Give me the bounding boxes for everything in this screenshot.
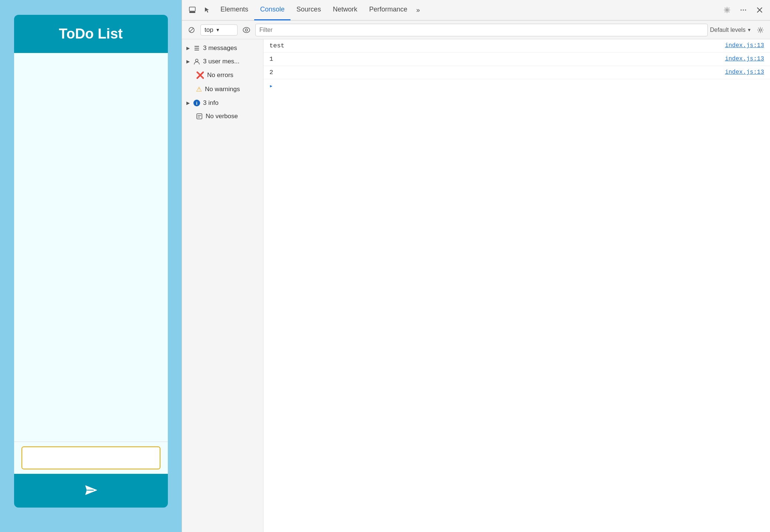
svg-point-13	[196, 59, 198, 62]
sidebar-item-errors[interactable]: ❌ No errors	[182, 68, 263, 82]
sidebar-item-warnings[interactable]: ⚠ No warnings	[182, 82, 263, 96]
send-button[interactable]	[83, 483, 98, 499]
chevron-right-icon-3: ▶	[186, 100, 190, 106]
console-prompt-row[interactable]: ▸	[263, 79, 770, 93]
eye-icon	[243, 27, 250, 33]
warning-icon: ⚠	[196, 85, 202, 93]
circle-slash-icon	[188, 27, 195, 33]
svg-rect-14	[197, 114, 202, 119]
svg-rect-11	[195, 48, 199, 49]
verbose-icon	[196, 113, 203, 120]
svg-rect-0	[189, 7, 195, 11]
info-icon: i	[193, 100, 200, 106]
more-tabs-button[interactable]: »	[413, 6, 423, 14]
errors-label: No errors	[207, 72, 233, 79]
console-sidebar: ▶ 3 messages ▶ 3 user mes... ❌ No errors…	[182, 39, 263, 532]
svg-point-3	[741, 10, 742, 11]
tab-elements[interactable]: Elements	[215, 0, 254, 20]
svg-rect-12	[195, 50, 199, 50]
svg-point-7	[243, 27, 250, 33]
prompt-arrow-icon: ▸	[269, 82, 273, 90]
console-toolbar: top ▼ Default levels ▼	[182, 21, 770, 39]
verbose-label: No verbose	[206, 113, 238, 120]
svg-point-9	[759, 29, 761, 31]
context-value: top	[205, 26, 213, 34]
console-text-2: 2	[269, 69, 725, 76]
clear-console-button[interactable]	[185, 23, 198, 37]
console-file-test[interactable]: index.js:13	[725, 42, 764, 49]
todo-input-row	[14, 442, 168, 474]
inspect-button[interactable]	[200, 3, 215, 17]
chevron-right-icon-2: ▶	[186, 59, 190, 64]
console-row-test: test index.js:13	[263, 39, 770, 53]
sidebar-item-verbose[interactable]: No verbose	[182, 110, 263, 123]
person-icon	[193, 58, 200, 65]
console-main: ▶ 3 messages ▶ 3 user mes... ❌ No errors…	[182, 39, 770, 532]
console-row-1: 1 index.js:13	[263, 53, 770, 66]
devtools-tabs: Elements Console Sources Network Perform…	[182, 0, 770, 21]
tab-sources[interactable]: Sources	[291, 0, 327, 20]
gear-icon	[724, 7, 730, 13]
settings-button[interactable]	[720, 3, 734, 17]
todo-header: ToDo List	[14, 15, 168, 53]
user-messages-label: 3 user mes...	[203, 58, 239, 65]
todo-footer	[14, 474, 168, 508]
more-options-button[interactable]	[736, 3, 751, 17]
tab-performance[interactable]: Performance	[363, 0, 413, 20]
warnings-label: No warnings	[205, 86, 240, 93]
app-title: ToDo List	[25, 26, 157, 42]
info-label: 3 info	[203, 99, 219, 107]
console-file-1[interactable]: index.js:13	[725, 56, 764, 62]
devtools-panel: Elements Console Sources Network Perform…	[182, 0, 770, 532]
chevron-down-small-icon: ▼	[747, 27, 751, 33]
svg-point-5	[745, 10, 746, 11]
sidebar-item-user-messages[interactable]: ▶ 3 user mes...	[182, 55, 263, 68]
cursor-icon	[204, 7, 210, 13]
close-button[interactable]	[752, 3, 767, 17]
todo-card: ToDo List	[14, 15, 168, 508]
drawer-toggle-button[interactable]	[185, 3, 200, 17]
sidebar-item-info[interactable]: ▶ i 3 info	[182, 96, 263, 110]
list-icon	[193, 45, 200, 51]
ellipsis-icon	[740, 7, 747, 13]
svg-rect-10	[195, 46, 199, 47]
svg-rect-1	[189, 11, 195, 13]
todo-body	[14, 53, 168, 442]
svg-point-8	[245, 29, 248, 31]
drawer-icon	[189, 7, 196, 13]
default-levels-label: Default levels	[710, 27, 746, 33]
console-settings-button[interactable]	[754, 23, 767, 37]
send-icon	[83, 483, 98, 498]
console-text-test: test	[269, 42, 725, 49]
app-container: ToDo List	[0, 0, 182, 532]
svg-point-4	[743, 10, 744, 11]
console-text-1: 1	[269, 56, 725, 63]
tab-console[interactable]: Console	[254, 0, 291, 20]
filter-input[interactable]	[255, 24, 708, 36]
sidebar-item-messages[interactable]: ▶ 3 messages	[182, 41, 263, 55]
svg-point-2	[726, 9, 728, 11]
context-selector[interactable]: top ▼	[200, 24, 238, 36]
messages-label: 3 messages	[203, 44, 237, 52]
tab-network[interactable]: Network	[327, 0, 363, 20]
gear-small-icon	[757, 27, 764, 33]
error-icon: ❌	[196, 71, 204, 79]
default-levels-button[interactable]: Default levels ▼	[710, 27, 751, 33]
chevron-right-icon: ▶	[186, 46, 190, 51]
close-icon	[757, 7, 763, 13]
console-file-2[interactable]: index.js:13	[725, 69, 764, 76]
console-output: test index.js:13 1 index.js:13 2 index.j…	[263, 39, 770, 532]
todo-input[interactable]	[21, 446, 160, 469]
console-row-2: 2 index.js:13	[263, 66, 770, 79]
live-expressions-button[interactable]	[240, 23, 253, 37]
chevron-down-icon: ▼	[216, 27, 220, 33]
toolbar-right	[720, 3, 767, 17]
